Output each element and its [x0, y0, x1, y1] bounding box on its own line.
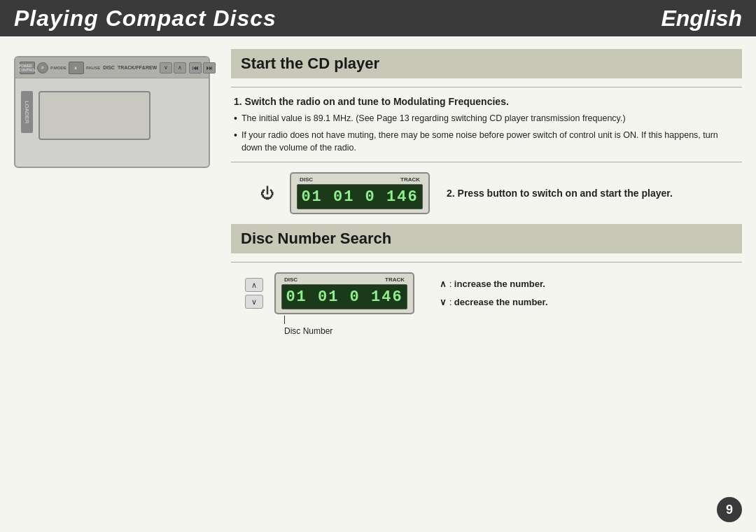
step2-text: 2. Press button to switch on and start t…	[444, 186, 676, 201]
disc-number-label: Disc Number	[284, 326, 332, 336]
disc-search-area: ∧ ∨ DISC TRACK 01 01 0 146	[245, 272, 742, 314]
language-label: English	[661, 6, 742, 31]
device-display-area	[38, 91, 150, 140]
section2-header: Disc Number Search	[231, 224, 742, 253]
increase-label: ∧ : increase the number.	[440, 275, 548, 293]
device-body: LOADER	[15, 78, 209, 155]
display-screen2: 01 01 0 146	[281, 284, 407, 309]
device-illustration: POWERCONTROL P P.MODE ⏸ PAUSE DISC TRACK…	[14, 49, 217, 314]
page-title: Playing Compact Discs	[14, 6, 276, 31]
page-number: 9	[717, 497, 742, 522]
decrease-text: :	[449, 297, 454, 307]
divider2	[231, 162, 742, 162]
ff-rew-buttons: ⏮ ⏭	[189, 62, 216, 74]
rewind-button[interactable]: ⏮	[189, 62, 202, 74]
pmode-button[interactable]: P	[37, 62, 48, 74]
header: Playing Compact Discs English	[0, 0, 756, 36]
bullet1-item: • The initial value is 89.1 MHz. (See Pa…	[234, 112, 739, 126]
display-track-label: TRACK	[400, 176, 420, 183]
display-disc-label: DISC	[300, 176, 313, 183]
decrease-description: decrease the number.	[454, 297, 548, 307]
display-unit-container: DISC TRACK 01 01 0 146	[290, 172, 430, 214]
display-screen1-text: 01 01 0 146	[301, 188, 418, 206]
decrease-label: ∨ : decrease the number.	[440, 293, 548, 312]
increase-description: increase the number.	[454, 279, 545, 289]
display-screen1: 01 01 0 146	[297, 184, 423, 209]
display-unit2-labels: DISC TRACK	[281, 276, 407, 283]
power-button[interactable]: POWERCONTROL	[20, 62, 35, 74]
loader-label: LOADER	[21, 91, 33, 133]
display-unit2: DISC TRACK 01 01 0 146	[274, 272, 414, 314]
bullet2-dot: •	[234, 129, 237, 155]
bullet2-item: • If your radio does not have muting, th…	[234, 129, 739, 155]
display2-track-label: TRACK	[385, 276, 405, 283]
divider3	[231, 262, 742, 262]
disc-down-button[interactable]: ∨	[245, 295, 263, 309]
step2-area: ⏻ DISC TRACK 01 01 0 146 2. Press button…	[259, 172, 742, 214]
power-btn-group: POWERCONTROL P P.MODE ⏸ PAUSE	[20, 62, 100, 74]
disc-center-label: DISC	[103, 65, 115, 70]
step2-label: 2. Press button to switch on and start t…	[447, 188, 673, 199]
divider1	[231, 87, 742, 88]
display2-disc-label: DISC	[284, 276, 298, 283]
disc-up-button[interactable]: ∧	[245, 278, 263, 292]
display-unit1-labels: DISC TRACK	[297, 176, 423, 183]
fastforward-button[interactable]: ⏭	[203, 62, 216, 74]
step1-bold: Modulating Frequencies.	[393, 96, 509, 107]
disc-arrow-buttons: ∧ ∨	[245, 278, 263, 309]
pause-button[interactable]: ⏸	[69, 62, 84, 74]
main-content: POWERCONTROL P P.MODE ⏸ PAUSE DISC TRACK…	[0, 36, 756, 321]
power-icon: ⏻	[259, 181, 276, 206]
section1-title: Start the CD player	[241, 55, 379, 72]
down-arrow-button[interactable]: ∨	[160, 62, 172, 74]
bullet1-dot: •	[234, 112, 237, 126]
bullet2-text: If your radio does not have muting, ther…	[241, 129, 739, 155]
pmode-label: P.MODE	[50, 66, 66, 70]
track-ff-rew-label: TRACK/FF&REW	[118, 65, 157, 70]
cd-player-device: POWERCONTROL P P.MODE ⏸ PAUSE DISC TRACK…	[14, 56, 210, 168]
device-top-bar: POWERCONTROL P P.MODE ⏸ PAUSE DISC TRACK…	[15, 57, 209, 78]
arrow-controls: ∨ ∧	[160, 62, 186, 74]
step1-instructions: 1. Switch the radio on and tune to Modul…	[231, 94, 742, 155]
display-unit2-container: DISC TRACK 01 01 0 146 Disc Number	[274, 272, 414, 314]
pause-label: PAUSE	[86, 66, 100, 70]
section2-title: Disc Number Search	[241, 230, 391, 247]
increase-text: :	[449, 279, 454, 289]
right-column: Start the CD player 1. Switch the radio …	[231, 49, 742, 314]
bullet1-text: The initial value is 89.1 MHz. (See Page…	[241, 112, 626, 126]
display-screen2-text: 01 01 0 146	[286, 288, 402, 306]
bracket-line	[284, 316, 285, 324]
section1-header: Start the CD player	[231, 49, 742, 78]
step1-text: 1. Switch the radio on and tune to Modul…	[234, 94, 739, 109]
section2: Disc Number Search ∧ ∨ DISC TRACK	[231, 224, 742, 314]
up-arrow-button[interactable]: ∧	[174, 62, 186, 74]
display-unit1: DISC TRACK 01 01 0 146	[290, 172, 430, 214]
step1-label: 1. Switch the radio on and tune to Modul…	[234, 96, 509, 107]
increase-decrease-labels: ∧ : increase the number. ∨ : decrease th…	[440, 275, 548, 312]
disc-number-annotation: Disc Number	[284, 316, 332, 337]
